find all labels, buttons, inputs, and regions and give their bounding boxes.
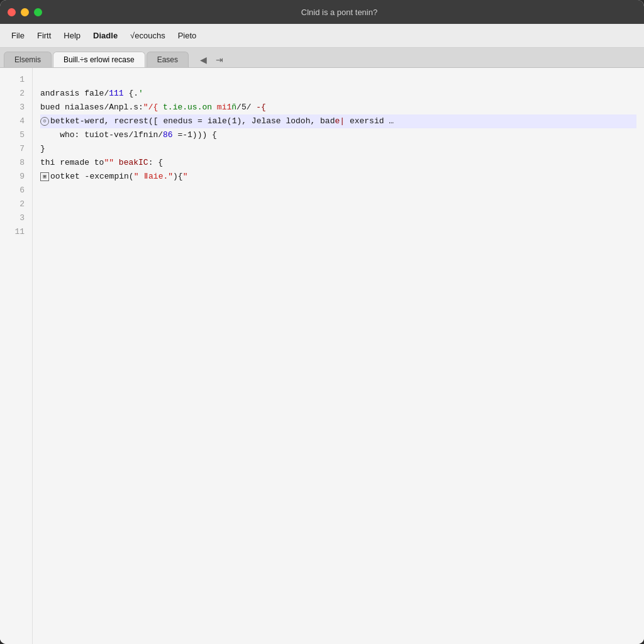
menu-bar: File Firtt Help Diadle √ecouchs Pieto: [0, 24, 644, 48]
editor-area: 1 2 3 4 5 7 8 9 6 2 3 11 andrasis fale/1…: [0, 68, 644, 644]
code-line-3: bued nialases/Anpl.s:"/{ t.ie.us.on mi1ñ…: [40, 101, 636, 114]
code-line-7: }: [40, 142, 636, 156]
code-line-6: [40, 184, 636, 197]
code-line-2: andrasis fale/111 {.': [40, 87, 636, 101]
line-num-4: 4: [8, 114, 25, 128]
code-line-8: thi remade to"" beakIC: {: [40, 156, 636, 170]
menu-file[interactable]: File: [5, 28, 31, 43]
menu-pieto[interactable]: Pieto: [172, 28, 203, 43]
menu-firtt[interactable]: Firtt: [31, 28, 57, 43]
menu-help[interactable]: Help: [57, 28, 87, 43]
code-line-5: who: tuiot-ves/lfnin/86 =-1))) {: [40, 128, 636, 142]
breakpoint-marker-4: ⊙: [40, 117, 49, 126]
window-title: Clnid is a pont tenin?: [42, 8, 636, 17]
line-num-8: 8: [8, 156, 25, 170]
tab-navigation-icons: ◀ ⇥: [192, 52, 231, 67]
line-num-11: 11: [8, 225, 25, 239]
line-num-9: 9: [8, 170, 25, 184]
breakpoint-marker-9: ▣: [40, 172, 49, 181]
tab-eases[interactable]: Eases: [147, 52, 189, 67]
close-button[interactable]: [8, 8, 16, 16]
line-num-7: 7: [8, 142, 25, 156]
code-line-11: [40, 225, 636, 239]
line-numbers: 1 2 3 4 5 7 8 9 6 2 3 11: [0, 68, 33, 644]
menu-diadle[interactable]: Diadle: [87, 28, 124, 43]
line-num-2b: 2: [8, 197, 25, 211]
line-num-3b: 3: [8, 211, 25, 225]
line-num-2: 2: [8, 87, 25, 101]
code-line-4: ⊙betket-werd, recrest([ enedus = iale(1)…: [40, 114, 636, 128]
line-num-3: 3: [8, 101, 25, 114]
minimize-button[interactable]: [21, 8, 29, 16]
line-num-6: 6: [8, 184, 25, 197]
tab-back-icon[interactable]: ◀: [197, 53, 209, 66]
code-line-9: ▣ootket -excempin(" ǁaie."){": [40, 170, 636, 184]
code-line-2c: [40, 197, 636, 211]
tab-buill-s-erlowi-recase[interactable]: Buill.÷s erlowi recase: [53, 52, 145, 67]
tab-elsemis[interactable]: Elsemis: [4, 52, 52, 67]
code-line-1: [40, 73, 636, 87]
maximize-button[interactable]: [34, 8, 42, 16]
menu-vecouchs[interactable]: √ecouchs: [124, 28, 172, 43]
title-bar: Clnid is a pont tenin?: [0, 0, 644, 24]
tab-bar: Elsemis Buill.÷s erlowi recase Eases ◀ ⇥: [0, 48, 644, 68]
tab-forward-icon[interactable]: ⇥: [213, 53, 226, 66]
line-num-1: 1: [8, 73, 25, 87]
app-window: Clnid is a pont tenin? File Firtt Help D…: [0, 0, 644, 644]
traffic-lights: [8, 8, 42, 16]
code-content[interactable]: andrasis fale/111 {.' bued nialases/Anpl…: [33, 68, 644, 644]
line-num-5: 5: [8, 128, 25, 142]
code-line-3c: [40, 211, 636, 225]
